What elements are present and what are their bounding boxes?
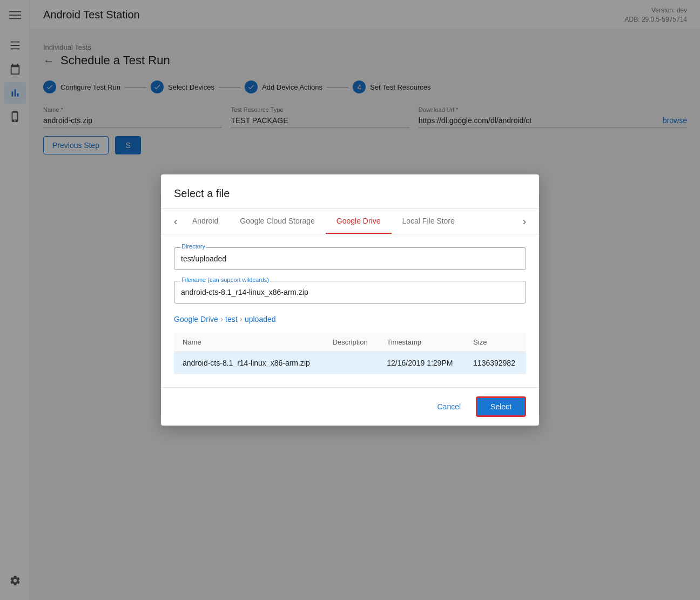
file-name-cell: android-cts-8.1_r14-linux_x86-arm.zip <box>174 352 324 374</box>
filename-input-group: Filename (can support wildcards) <box>174 281 526 304</box>
file-description-cell <box>324 352 379 374</box>
tabs-container: ‹ Android Google Cloud Storage Google Dr… <box>161 209 539 234</box>
tab-local-file-store[interactable]: Local File Store <box>392 209 466 234</box>
path-sep-1: › <box>220 314 223 324</box>
file-timestamp-cell: 12/16/2019 1:29PM <box>378 352 465 374</box>
file-table: Name Description Timestamp Size android-… <box>174 333 526 374</box>
tab-prev-arrow[interactable]: ‹ <box>170 212 181 232</box>
dialog-body: Directory Filename (can support wildcard… <box>161 234 539 387</box>
select-button[interactable]: Select <box>476 396 526 417</box>
tabs: Android Google Cloud Storage Google Driv… <box>181 209 519 234</box>
directory-input-group: Directory <box>174 247 526 270</box>
dialog-header: Select a file <box>161 174 539 209</box>
path-sep-2: › <box>240 314 243 324</box>
col-size: Size <box>465 333 526 352</box>
col-name: Name <box>174 333 324 352</box>
file-size-cell: 1136392982 <box>465 352 526 374</box>
tab-android[interactable]: Android <box>181 209 229 234</box>
path-1-link[interactable]: test <box>225 315 238 323</box>
tab-google-cloud-storage[interactable]: Google Cloud Storage <box>229 209 326 234</box>
dialog-footer: Cancel Select <box>161 387 539 426</box>
tab-next-arrow[interactable]: › <box>519 212 530 232</box>
path-breadcrumb: Google Drive › test › uploaded <box>174 314 526 324</box>
filename-input[interactable] <box>174 281 526 304</box>
table-row[interactable]: android-cts-8.1_r14-linux_x86-arm.zip 12… <box>174 352 526 374</box>
col-description: Description <box>324 333 379 352</box>
file-table-header: Name Description Timestamp Size <box>174 333 526 352</box>
col-timestamp: Timestamp <box>378 333 465 352</box>
filename-label: Filename (can support wildcards) <box>180 277 270 283</box>
path-root-link[interactable]: Google Drive <box>174 315 218 323</box>
dialog-title: Select a file <box>174 187 230 199</box>
directory-input[interactable] <box>174 247 526 270</box>
tab-google-drive[interactable]: Google Drive <box>326 209 392 234</box>
directory-label: Directory <box>180 243 206 250</box>
dialog: Select a file ‹ Android Google Cloud Sto… <box>161 174 539 426</box>
cancel-button[interactable]: Cancel <box>430 398 467 415</box>
path-2-link[interactable]: uploaded <box>245 315 276 323</box>
modal-overlay[interactable]: Select a file ‹ Android Google Cloud Sto… <box>0 0 700 600</box>
file-table-body: android-cts-8.1_r14-linux_x86-arm.zip 12… <box>174 352 526 374</box>
